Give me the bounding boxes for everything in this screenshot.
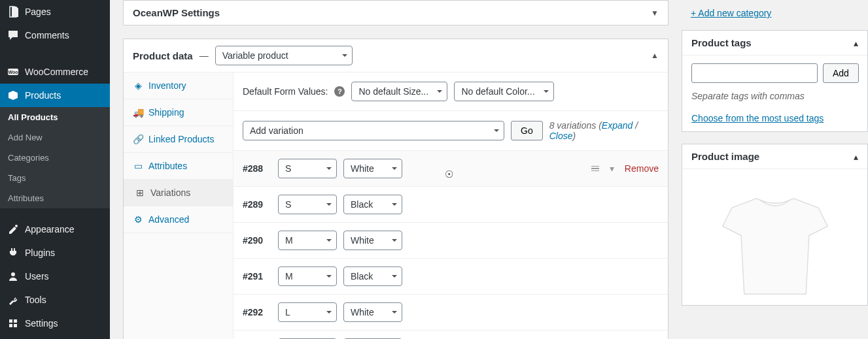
variation-row[interactable]: #292 L White	[234, 295, 668, 331]
tab-variations[interactable]: ⊞Variations	[124, 180, 233, 206]
tab-attributes[interactable]: ▭Attributes	[124, 153, 233, 180]
variation-id: #292	[243, 307, 271, 317]
variation-size-select[interactable]: S	[278, 195, 337, 214]
variation-row[interactable]: #290 M White	[234, 223, 668, 259]
variation-size-select[interactable]: M	[278, 231, 337, 250]
sidebar-label: Pages	[25, 7, 51, 17]
product-image-title: Product image	[691, 151, 759, 162]
chevron-down-icon[interactable]: ▾	[610, 163, 614, 174]
tab-inventory[interactable]: ◈Inventory	[124, 73, 233, 99]
sidebar-item-settings[interactable]: Settings	[0, 312, 110, 335]
variation-row[interactable]: #288 S White ▾ Remove	[234, 151, 668, 187]
variation-color-select[interactable]: Black	[343, 195, 402, 214]
attributes-icon: ▭	[133, 161, 143, 171]
remove-link[interactable]: Remove	[625, 163, 659, 174]
variation-row[interactable]: #293 L Black	[234, 331, 668, 339]
sidebar-sub-all-products[interactable]: All Products	[0, 107, 110, 127]
sidebar-label: Tools	[25, 295, 46, 305]
tab-shipping[interactable]: 🚚Shipping	[124, 99, 233, 126]
variation-size-select[interactable]: S	[278, 159, 337, 178]
product-tags-box: Product tags ▴ Add Separate tags with co…	[682, 30, 868, 132]
variation-row[interactable]: #289 S Black	[234, 187, 668, 223]
svg-point-2	[15, 225, 18, 227]
svg-rect-4	[9, 319, 12, 323]
sidebar-sub-add-new[interactable]: Add New	[0, 127, 110, 148]
variations-icon: ⊞	[135, 187, 145, 198]
go-button[interactable]: Go	[511, 121, 543, 140]
caret-up-icon[interactable]: ▴	[854, 152, 858, 162]
appearance-icon	[7, 223, 20, 236]
variation-color-select[interactable]: White	[343, 231, 402, 250]
pages-icon	[7, 5, 20, 18]
add-variation-select[interactable]: Add variation	[243, 121, 504, 140]
choose-tags-link[interactable]: Choose from the most used tags	[691, 113, 824, 123]
sidebar-item-comments[interactable]: Comments	[0, 24, 110, 47]
svg-point-3	[11, 272, 15, 276]
product-type-select-wrap: Variable product	[215, 46, 353, 65]
product-image[interactable]	[691, 186, 858, 297]
svg-rect-5	[14, 319, 17, 323]
variation-id: #288	[243, 163, 271, 174]
close-link[interactable]: Close	[549, 131, 573, 141]
variation-row[interactable]: #291 M Black	[234, 259, 668, 295]
comments-icon	[7, 29, 20, 42]
product-tags-title: Product tags	[691, 37, 752, 48]
variation-color-select[interactable]: White	[343, 159, 402, 178]
sidebar-label: Appearance	[25, 224, 75, 234]
default-form-values-row: Default Form Values: ? No default Size..…	[234, 73, 668, 111]
main-column: OceanWP Settings ▼ Product data — Variab…	[110, 0, 682, 339]
sidebar-submenu: All Products Add New Categories Tags Att…	[0, 107, 110, 208]
sidebar-item-plugins[interactable]: Plugins	[0, 241, 110, 265]
variation-id: #291	[243, 271, 271, 282]
sidebar-item-woocommerce[interactable]: Woo WooCommerce	[0, 60, 110, 84]
add-tag-button[interactable]: Add	[823, 63, 859, 83]
oceanwp-panel[interactable]: OceanWP Settings ▼	[123, 0, 668, 25]
sidebar-item-appearance[interactable]: Appearance	[0, 218, 110, 241]
sidebar-sub-categories[interactable]: Categories	[0, 148, 110, 168]
variation-size-select[interactable]: L	[278, 302, 337, 322]
users-icon	[7, 270, 20, 283]
tab-advanced[interactable]: ⚙Advanced	[124, 206, 233, 233]
caret-up-icon[interactable]: ▲	[651, 51, 659, 60]
inventory-icon: ◈	[133, 80, 143, 91]
sidebar-label: Products	[25, 90, 61, 101]
sidebar-sub-attributes[interactable]: Attributes	[0, 188, 110, 208]
link-icon: 🔗	[133, 134, 143, 144]
svg-text:Woo: Woo	[8, 70, 18, 74]
default-size-select[interactable]: No default Size...	[351, 82, 447, 101]
oceanwp-title: OceanWP Settings	[133, 7, 220, 18]
svg-rect-6	[9, 324, 12, 327]
pd-dash: —	[200, 50, 209, 61]
right-column: + Add new category Product tags ▴ Add Se…	[682, 0, 868, 339]
variation-color-select[interactable]: White	[343, 302, 402, 322]
product-tags-input[interactable]	[691, 63, 818, 83]
sidebar-item-products[interactable]: Products	[0, 84, 110, 107]
sidebar-label: WooCommerce	[25, 67, 88, 77]
tools-icon	[7, 293, 20, 306]
sidebar-sub-tags[interactable]: Tags	[0, 168, 110, 188]
add-new-category-link[interactable]: + Add new category	[691, 8, 771, 18]
plugins-icon	[7, 246, 20, 259]
tab-linked-products[interactable]: 🔗Linked Products	[124, 126, 233, 153]
sidebar-item-users[interactable]: Users	[0, 265, 110, 288]
product-data-header: Product data — Variable product ▲	[124, 39, 668, 73]
expand-link[interactable]: Expand	[602, 120, 633, 131]
product-type-select[interactable]: Variable product	[215, 46, 353, 65]
pd-tabs: ◈Inventory 🚚Shipping 🔗Linked Products ▭A…	[124, 73, 234, 339]
variation-size-select[interactable]: M	[278, 266, 337, 286]
dfv-label: Default Form Values:	[243, 86, 328, 97]
sidebar-item-tools[interactable]: Tools	[0, 288, 110, 312]
advanced-icon: ⚙	[133, 214, 143, 225]
caret-up-icon[interactable]: ▴	[854, 38, 858, 48]
settings-icon	[7, 317, 20, 330]
sidebar-label: Users	[25, 271, 49, 282]
variation-color-select[interactable]: Black	[343, 266, 402, 286]
product-data-panel: Product data — Variable product ▲ ◈Inven…	[123, 39, 668, 339]
caret-down-icon[interactable]: ▼	[651, 8, 659, 18]
help-icon[interactable]: ?	[334, 86, 345, 97]
sidebar-item-pages[interactable]: Pages	[0, 0, 110, 24]
variation-meta: 8 variations (Expand / Close)	[549, 120, 659, 141]
default-color-select[interactable]: No default Color...	[454, 82, 554, 101]
sidebar-label: Plugins	[25, 248, 55, 258]
drag-handle-icon[interactable]	[591, 166, 599, 172]
